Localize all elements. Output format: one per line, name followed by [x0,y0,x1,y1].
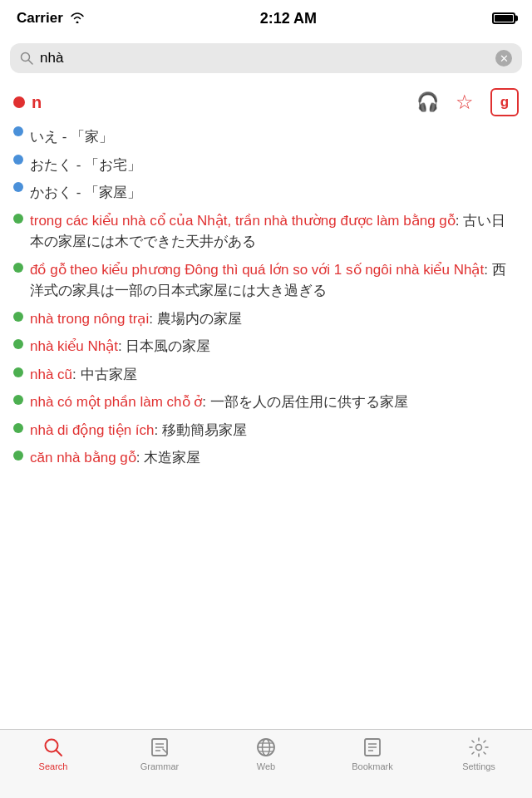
jp-4: : 日本風の家屋 [118,338,210,354]
vn-1: trong các kiểu nhà cổ của Nhật, trần nhà… [30,213,456,229]
svg-line-1 [29,61,33,65]
green-dot-8 [13,451,23,461]
example-text-6: nhà có một phần làm chỗ ở: 一部を人の居住用に供する家… [30,392,519,413]
content-area: n 🎧 ☆ g いえ - 「家」 おたく - 「お宅」 かおく - 「家屋」 t… [0,80,532,748]
tab-bookmark-icon [362,736,383,758]
green-dot-2 [13,263,23,273]
tab-settings-icon [468,736,490,758]
vn-2: đồ gỗ theo kiểu phương Đông thì quá lớn … [30,262,484,278]
tab-search[interactable]: Search [0,736,106,771]
green-dot-3 [13,312,23,322]
entry-pos: n [32,93,42,112]
status-right [492,12,515,24]
reading-text-2: おたく - 「お宅」 [30,155,519,176]
search-bar[interactable]: ✕ [10,43,522,73]
vn-8: căn nhà bằng gỗ [30,450,136,466]
example-6: nhà có một phần làm chỗ ở: 一部を人の居住用に供する家… [13,392,519,413]
tab-settings-label: Settings [462,761,495,771]
vn-7: nhà di động tiện ích [30,422,154,438]
blue-dot-2 [13,155,23,165]
green-dot-4 [13,339,23,349]
tab-grammar[interactable]: Grammar [106,736,213,771]
example-text-7: nhà di động tiện ích: 移動簡易家屋 [30,420,519,441]
tab-search-icon [42,736,64,758]
reading-text-1: いえ - 「家」 [30,126,519,148]
tab-bookmark-label: Bookmark [352,761,393,771]
bookmark-star-icon[interactable]: ☆ [456,91,474,114]
example-1: trong các kiểu nhà cổ của Nhật, trần nhà… [13,210,519,253]
jp-3: : 農場内の家屋 [149,311,241,327]
red-dot [13,96,25,108]
vn-4: nhà kiểu Nhật [30,338,118,354]
example-4: nhà kiểu Nhật: 日本風の家屋 [13,336,519,357]
reading-text-3: かおく - 「家屋」 [30,182,519,204]
tab-web[interactable]: Web [213,736,319,771]
entry-icons: 🎧 ☆ g [416,88,519,116]
tab-web-label: Web [257,761,275,771]
jp-8: : 木造家屋 [136,450,200,466]
example-7: nhà di động tiện ích: 移動簡易家屋 [13,420,519,441]
blue-dot-1 [13,126,23,136]
search-input[interactable] [40,50,489,66]
reading-1: いえ - 「家」 [13,126,519,148]
status-left: Carrier [17,10,85,27]
reading-3: かおく - 「家屋」 [13,182,519,204]
reading-2: おたく - 「お宅」 [13,155,519,176]
example-text-3: nhà trong nông trại: 農場内の家屋 [30,308,519,330]
green-dot-5 [13,367,23,377]
green-dot-7 [13,423,23,433]
tab-grammar-icon [149,736,170,758]
search-icon [20,52,33,65]
green-dot-6 [13,395,23,405]
audio-icon[interactable]: 🎧 [416,91,439,113]
translate-label: g [500,94,509,111]
example-2: đồ gỗ theo kiểu phương Đông thì quá lớn … [13,259,519,302]
tab-bar: Search Grammar Web Bookmark [0,729,532,798]
example-text-5: nhà cũ: 中古家屋 [30,364,519,386]
jp-7: : 移動簡易家屋 [154,422,246,438]
blue-dot-3 [13,182,23,192]
tab-search-label: Search [39,761,68,771]
vn-5: nhà cũ [30,367,72,382]
wifi-icon [70,12,85,26]
battery-icon [492,12,515,24]
example-text-2: đồ gỗ theo kiểu phương Đông thì quá lớn … [30,259,519,302]
green-dot-1 [13,214,23,224]
entry-header: n 🎧 ☆ g [13,88,519,116]
carrier-label: Carrier [17,10,63,27]
search-clear-button[interactable]: ✕ [495,50,512,66]
example-text-8: căn nhà bằng gỗ: 木造家屋 [30,447,519,469]
example-5: nhà cũ: 中古家屋 [13,364,519,386]
tab-web-icon [255,736,277,758]
status-bar: Carrier 2:12 AM [0,0,532,37]
vn-6: nhà có một phần làm chỗ ở [30,394,202,410]
svg-point-18 [476,745,482,751]
jp-5: : 中古家屋 [72,367,136,382]
example-8: căn nhà bằng gỗ: 木造家屋 [13,447,519,469]
example-text-4: nhà kiểu Nhật: 日本風の家屋 [30,336,519,357]
status-time: 2:12 AM [260,10,317,27]
example-text-1: trong các kiểu nhà cổ của Nhật, trần nhà… [30,210,519,253]
svg-line-3 [57,751,62,756]
tab-bookmark[interactable]: Bookmark [319,736,426,771]
entry-type: n [13,93,42,112]
tab-grammar-label: Grammar [140,761,179,771]
jp-6: : 一部を人の居住用に供する家屋 [202,394,407,410]
vn-3: nhà trong nông trại [30,311,149,327]
example-3: nhà trong nông trại: 農場内の家屋 [13,308,519,330]
tab-settings[interactable]: Settings [426,736,532,771]
translate-icon[interactable]: g [490,88,519,116]
